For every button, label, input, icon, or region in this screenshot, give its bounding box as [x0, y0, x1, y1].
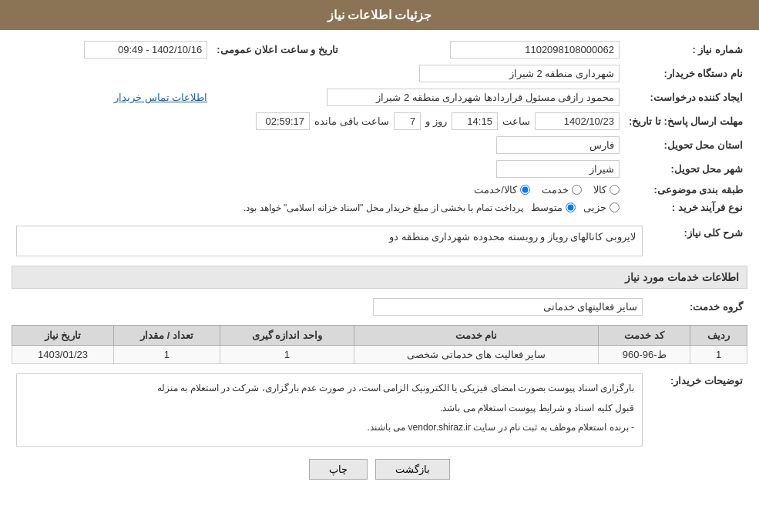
purchase-note: پرداخت تمام یا بخشی از مبلغ خریدار محل "… [243, 202, 523, 213]
radio-kala-text: کالا [593, 184, 606, 196]
radio-motevaset-label: متوسط [531, 202, 576, 213]
tawzih-line: - برنده استعلام موظف به ثبت نام در سایت … [25, 420, 634, 437]
roz-label: روز و [425, 115, 447, 127]
sharh-cell: لایروبی کانالهای رویاز و روبسته محدوده ش… [12, 223, 647, 259]
print-button[interactable]: چاپ [309, 459, 368, 480]
mohlat-label: مهلت ارسال پاسخ: تا تاریخ: [624, 109, 747, 133]
name-dastgah-cell: شهرداری منطقه 2 شیراز [12, 62, 624, 85]
radio-kala-khedmat-label: کالا/خدمت [474, 184, 530, 196]
name-dastgah-value: شهرداری منطقه 2 شیراز [419, 65, 620, 82]
col-tedad: تعداد / مقدار [113, 326, 220, 346]
tawzih-cell: بارگزاری اسناد پیوست بصورت امضای فیزیکی … [12, 370, 647, 450]
tawzih-line: قبول کلیه اسناد و شرایط پیوست استعلام می… [25, 400, 634, 417]
tarikh-aalan-cell: 1402/10/16 - 09:49 [12, 38, 212, 62]
table-row: 1ط-96-960سایر فعالیت های خدماتی شخصی1114… [12, 346, 747, 364]
col-vahed: واحد اندازه گیری [220, 326, 354, 346]
gorouh-table: گروه خدمت: سایر فعالیتهای خدماتی [12, 295, 747, 319]
shomara-niaz-label: شماره نیاز : [624, 38, 747, 62]
saat-label: ساعت [502, 115, 530, 127]
cell-vahed: 1 [220, 346, 354, 364]
page-title: جزئیات اطلاعات نیاز [327, 8, 432, 22]
radio-jozii-text: جزیی [583, 202, 606, 213]
tabaqa-label: طبقه بندی موضوعی: [624, 181, 747, 199]
ostan-cell: فارس [12, 133, 624, 157]
radio-jozii-label: جزیی [583, 202, 620, 213]
ijad-cell: محمود رازقی مسئول قراردادها شهرداری منطق… [212, 85, 624, 109]
sharh-label: شرح کلی نیاز: [647, 223, 747, 259]
main-info-table: شماره نیاز : 1102098108000062 تاریخ و سا… [12, 38, 747, 216]
col-tarikh: تاریخ نیاز [12, 326, 114, 346]
baqi-value: 02:59:17 [256, 112, 310, 130]
shomara-niaz-cell: 1102098108000062 [354, 38, 624, 62]
cell-nam: سایر فعالیت های خدماتی شخصی [354, 346, 598, 364]
cell-radif: 1 [690, 346, 747, 364]
shahr-cell: شیراز [12, 157, 624, 181]
gorouh-cell: سایر فعالیتهای خدماتی [12, 295, 647, 319]
ettelaat-tamas-cell: اطلاعات تماس خریدار [12, 85, 212, 109]
radio-motevaset-text: متوسط [531, 202, 563, 213]
col-radif: ردیف [690, 326, 747, 346]
roz-value: 7 [394, 112, 421, 130]
name-dastgah-label: نام دستگاه خریدار: [624, 62, 747, 85]
saat-value: 14:15 [452, 112, 498, 130]
cell-kod: ط-96-960 [599, 346, 690, 364]
gorouh-label: گروه خدمت: [647, 295, 747, 319]
buttons-row: بازگشت چاپ [12, 459, 747, 480]
radio-kala-khedmat[interactable] [520, 185, 530, 195]
tawzih-content: بارگزاری اسناد پیوست بصورت امضای فیزیکی … [16, 373, 643, 447]
radio-kala-khedmat-text: کالا/خدمت [474, 184, 517, 196]
sharh-value: لایروبی کانالهای رویاز و روبسته محدوده ش… [16, 226, 643, 256]
tabaqa-cell: کالا خدمت کالا/خدمت [12, 181, 624, 199]
gorouh-value: سایر فعالیتهای خدماتی [373, 298, 643, 316]
sharh-table: شرح کلی نیاز: لایروبی کانالهای رویاز و ر… [12, 223, 747, 259]
ettelaat-tamas-link[interactable]: اطلاعات تماس خریدار [114, 92, 207, 103]
services-section-title: اطلاعات خدمات مورد نیاز [12, 266, 747, 289]
radio-jozii[interactable] [610, 202, 620, 212]
baqi-label: ساعت باقی مانده [314, 115, 389, 127]
mohlat-date-value: 1402/10/23 [535, 112, 620, 130]
noue-farayand-label: نوع فرآیند خرید : [624, 199, 747, 216]
shomara-niaz-value: 1102098108000062 [450, 41, 620, 59]
ostan-value: فارس [496, 136, 620, 154]
page-header: جزئیات اطلاعات نیاز [0, 0, 759, 30]
radio-kala[interactable] [610, 185, 620, 195]
tarikh-aalan-value: 1402/10/16 - 09:49 [84, 41, 207, 59]
radio-khedmat-label: خدمت [542, 184, 582, 196]
tawzih-table: توضیحات خریدار: بارگزاری اسناد پیوست بصو… [12, 370, 747, 450]
radio-khedmat[interactable] [572, 185, 582, 195]
shahr-value: شیراز [496, 160, 620, 178]
shahr-label: شهر محل تحویل: [624, 157, 747, 181]
radio-motevaset[interactable] [566, 202, 576, 212]
col-kod: کد خدمت [599, 326, 690, 346]
ostan-label: استان محل تحویل: [624, 133, 747, 157]
mohlat-cell: 1402/10/23 ساعت 14:15 روز و 7 ساعت باقی … [12, 109, 624, 133]
ijad-value: محمود رازقی مسئول قراردادها شهرداری منطق… [327, 89, 620, 106]
noue-farayand-cell: جزیی متوسط پرداخت تمام یا بخشی از مبلغ خ… [12, 199, 624, 216]
radio-khedmat-text: خدمت [542, 184, 569, 196]
services-data-table: ردیف کد خدمت نام خدمت واحد اندازه گیری ت… [12, 325, 747, 364]
tarikh-aalan-label: تاریخ و ساعت اعلان عمومی: [212, 38, 354, 62]
radio-kala-label: کالا [593, 184, 620, 196]
back-button[interactable]: بازگشت [375, 459, 450, 480]
cell-tarikh: 1403/01/23 [12, 346, 114, 364]
tawzih-label: توضیحات خریدار: [647, 370, 747, 450]
cell-tedad: 1 [113, 346, 220, 364]
col-nam: نام خدمت [354, 326, 598, 346]
tawzih-line: بارگزاری اسناد پیوست بصورت امضای فیزیکی … [25, 380, 634, 397]
ijad-label: ایجاد کننده درخواست: [624, 85, 747, 109]
